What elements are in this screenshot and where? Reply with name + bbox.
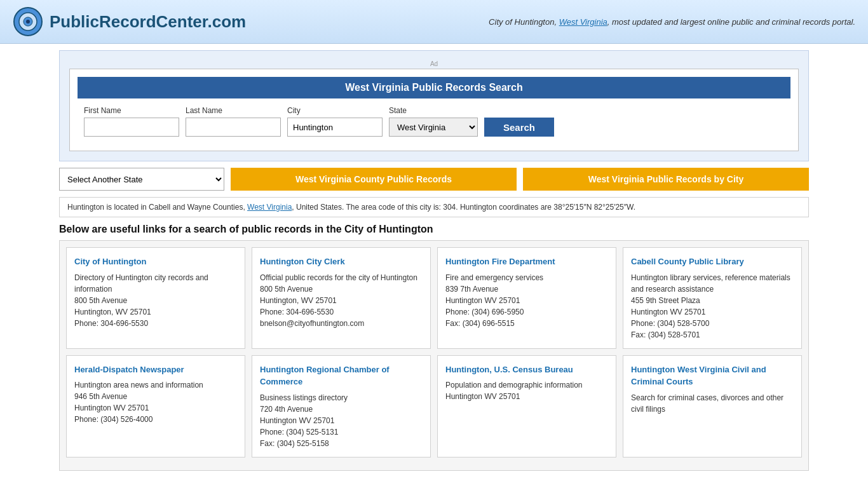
tagline-suffix: , most updated and largest online public… bbox=[607, 17, 855, 27]
page-heading: Below are useful links for a search of p… bbox=[59, 224, 809, 235]
ad-inner: West Virginia Public Records Search Firs… bbox=[69, 69, 799, 151]
logo-area: PublicRecordCenter.com bbox=[13, 6, 246, 37]
cards-row-2: Herald-Dispatch NewspaperHuntington area… bbox=[66, 355, 802, 458]
first-name-group: First Name bbox=[84, 106, 179, 137]
last-name-input[interactable] bbox=[186, 118, 281, 137]
state-group: State West Virginia Alabama Alaska Calif… bbox=[389, 106, 478, 137]
controls-row: Select Another State Alabama Alaska Ariz… bbox=[59, 168, 809, 191]
ad-title: West Virginia Public Records Search bbox=[78, 77, 790, 98]
card-title[interactable]: Huntington Regional Chamber of Commerce bbox=[260, 363, 423, 388]
state-label: State bbox=[389, 106, 478, 115]
card-body: Official public records for the city of … bbox=[260, 272, 423, 329]
card-title[interactable]: Huntington Fire Department bbox=[445, 255, 608, 268]
state-select-form[interactable]: West Virginia Alabama Alaska California … bbox=[389, 118, 478, 137]
card-title[interactable]: Huntington West Virginia Civil and Crimi… bbox=[631, 363, 794, 388]
logo-text: PublicRecordCenter.com bbox=[50, 12, 246, 32]
county-records-button[interactable]: West Virginia County Public Records bbox=[231, 168, 517, 191]
card-title[interactable]: Huntington City Clerk bbox=[260, 255, 423, 268]
card: Huntington Regional Chamber of CommerceB… bbox=[252, 355, 431, 458]
info-bar: Huntington is located in Cabell and Wayn… bbox=[59, 197, 809, 217]
site-header: PublicRecordCenter.com City of Huntingto… bbox=[0, 0, 868, 44]
card-title[interactable]: Huntington, U.S. Census Bureau bbox=[445, 363, 608, 376]
state-another-select[interactable]: Select Another State Alabama Alaska Ariz… bbox=[59, 168, 224, 191]
card: Huntington West Virginia Civil and Crimi… bbox=[623, 355, 802, 458]
card: Herald-Dispatch NewspaperHuntington area… bbox=[66, 355, 245, 458]
ad-section: Ad West Virginia Public Records Search F… bbox=[59, 50, 809, 161]
card-body: Directory of Huntington city records and… bbox=[74, 272, 237, 329]
card: Huntington Fire DepartmentFire and emerg… bbox=[437, 247, 616, 349]
city-label: City bbox=[287, 106, 383, 115]
ad-label: Ad bbox=[69, 60, 799, 67]
svg-point-3 bbox=[26, 20, 30, 24]
card: Cabell County Public LibraryHuntington l… bbox=[623, 247, 802, 349]
last-name-group: Last Name bbox=[186, 106, 281, 137]
card-title[interactable]: City of Huntington bbox=[74, 255, 237, 268]
info-wv-link[interactable]: West Virginia bbox=[247, 203, 292, 212]
last-name-label: Last Name bbox=[186, 106, 281, 115]
card-body: Population and demographic information H… bbox=[445, 379, 608, 402]
city-records-button[interactable]: West Virginia Public Records by City bbox=[523, 168, 809, 191]
first-name-label: First Name bbox=[84, 106, 179, 115]
cards-container: City of HuntingtonDirectory of Huntingto… bbox=[59, 240, 809, 471]
cards-row-1: City of HuntingtonDirectory of Huntingto… bbox=[66, 247, 802, 349]
card: Huntington City ClerkOfficial public rec… bbox=[252, 247, 431, 349]
info-text-before: Huntington is located in Cabell and Wayn… bbox=[67, 203, 247, 212]
tagline-link[interactable]: West Virginia bbox=[559, 17, 607, 27]
card-body: Business listings directory 720 4th Aven… bbox=[260, 392, 423, 449]
card-title[interactable]: Cabell County Public Library bbox=[631, 255, 794, 268]
search-button[interactable]: Search bbox=[484, 118, 554, 137]
card-title[interactable]: Herald-Dispatch Newspaper bbox=[74, 363, 237, 376]
first-name-input[interactable] bbox=[84, 118, 179, 137]
city-group: City bbox=[287, 106, 383, 137]
search-form: First Name Last Name City State West Vir… bbox=[78, 106, 790, 143]
logo-icon bbox=[13, 6, 43, 37]
card-body: Huntington library services, reference m… bbox=[631, 272, 794, 341]
info-text-after: , United States. The area code of this c… bbox=[292, 203, 635, 212]
city-input[interactable] bbox=[287, 118, 383, 137]
card-body: Huntington area news and information 946… bbox=[74, 379, 237, 425]
card-body: Fire and emergency services 839 7th Aven… bbox=[445, 272, 608, 329]
card: City of HuntingtonDirectory of Huntingto… bbox=[66, 247, 245, 349]
tagline-prefix: City of Huntington, bbox=[489, 17, 559, 27]
card-body: Search for criminal cases, divorces and … bbox=[631, 392, 794, 415]
card: Huntington, U.S. Census BureauPopulation… bbox=[437, 355, 616, 458]
header-tagline: City of Huntington, West Virginia, most … bbox=[489, 17, 855, 27]
